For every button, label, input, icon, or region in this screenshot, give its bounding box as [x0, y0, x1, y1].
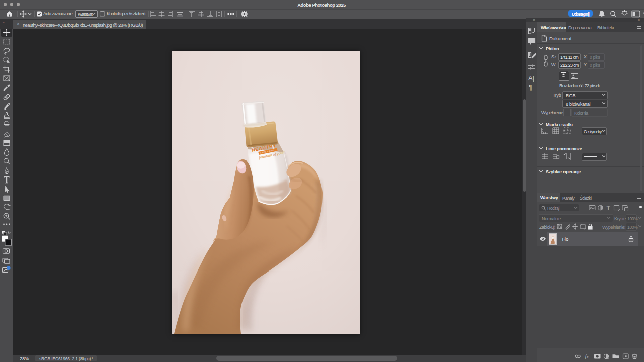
svg-text:fx: fx — [585, 354, 589, 359]
svg-text:¶: ¶ — [529, 83, 532, 91]
svg-text:A|: A| — [528, 74, 534, 82]
svg-text:T: T — [607, 205, 611, 212]
